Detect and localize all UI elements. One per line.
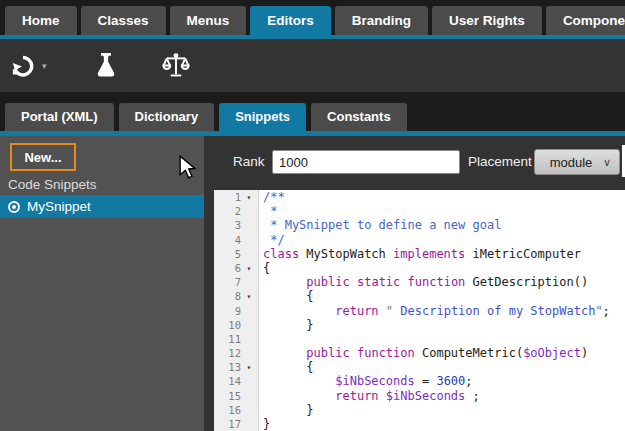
placement-select[interactable]: module ∨ [534,149,620,175]
line-number: 16 [214,403,241,417]
editor-tab-constants[interactable]: Constants [311,103,407,131]
code-text: */ [259,233,285,247]
gutter-cell: 11 [214,332,259,346]
line-number: 7 [214,275,241,289]
editor-tab-snippets[interactable]: Snippets [219,103,306,131]
gutter-cell: 12 [214,346,259,360]
tab-menus[interactable]: Menus [170,6,247,35]
code-line: 16 } [214,403,625,417]
gutter-cell: 8▾ [214,289,259,303]
scales-icon [161,52,191,80]
fold-spacer [241,275,257,289]
fold-arrow-icon[interactable]: ▾ [241,289,257,303]
code-text: return " Description of my StopWatch"; [259,304,610,318]
rank-input[interactable] [272,150,460,174]
editor-tab-dictionary[interactable]: Dictionary [119,103,215,131]
fold-spacer [241,403,257,417]
main-tab-bar: HomeClassesMenusEditorsBrandingUser Righ… [5,6,625,35]
fold-spacer [241,332,257,346]
snippets-section-label: Code Snippets [8,177,97,192]
fold-arrow-icon[interactable]: ▾ [241,360,257,374]
line-number: 8 [214,289,241,303]
undo-dropdown-caret[interactable]: ▾ [42,61,47,71]
code-line: 9 return " Description of my StopWatch"; [214,304,625,318]
radio-selected-icon [8,201,20,213]
gutter-cell: 10 [214,318,259,332]
tab-user-rights[interactable]: User Rights [432,6,542,35]
code-text: public static function GetDescription() [259,275,588,289]
gutter-cell: 16 [214,403,259,417]
scales-button[interactable] [161,52,191,80]
flask-icon [93,52,119,80]
fold-spacer [241,389,257,403]
fold-arrow-icon[interactable]: ▾ [241,190,257,204]
code-line: 11 [214,332,625,346]
code-text: $iNbSeconds = 3600; [259,374,473,388]
line-number: 2 [214,204,241,218]
fold-spacer [241,318,257,332]
code-line: 10 } [214,318,625,332]
code-line: 8▾ { [214,289,625,303]
placement-label: Placement [468,154,532,169]
gutter-cell: 7 [214,275,259,289]
line-number: 4 [214,233,241,247]
line-number: 12 [214,346,241,360]
gutter-cell: 3 [214,218,259,232]
gutter-cell: 14 [214,374,259,388]
tab-components[interactable]: Components [546,6,625,35]
code-text: { [259,289,314,303]
fold-spacer [241,233,257,247]
code-text: } [259,318,314,332]
code-line: 1▾/** [214,190,625,204]
code-line: 17} [214,417,625,431]
editor-tab-portal-xml[interactable]: Portal (XML) [5,103,114,131]
line-number: 10 [214,318,241,332]
line-number: 15 [214,389,241,403]
tab-home[interactable]: Home [5,6,77,35]
tab-branding[interactable]: Branding [335,6,428,35]
code-line: 6▾{ [214,261,625,275]
code-text: * MySnippet to define a new goal [259,218,501,232]
fold-spacer [241,204,257,218]
fold-spacer [241,346,257,360]
line-number: 14 [214,374,241,388]
fold-arrow-icon[interactable]: ▾ [241,261,257,275]
snippet-detail-panel: Rank Placement module ∨ 1▾/**2 *3 * MySn… [204,136,625,431]
line-number: 13 [214,360,241,374]
line-number: 11 [214,332,241,346]
line-number: 3 [214,218,241,232]
undo-icon [10,53,36,79]
gutter-cell: 6▾ [214,261,259,275]
gutter-cell: 9 [214,304,259,318]
line-number: 1 [214,190,241,204]
snippet-list-item[interactable]: MySnippet [0,195,204,218]
code-text: public function ComputeMetric($oObject) [259,346,588,360]
code-text: } [259,417,270,431]
placement-selected-value: module [543,155,599,170]
new-snippet-button[interactable]: New... [10,143,76,171]
code-editor[interactable]: 1▾/**2 *3 * MySnippet to define a new go… [214,190,625,431]
content-area: New... Code Snippets MySnippet Rank Plac… [0,136,625,431]
line-number: 5 [214,247,241,261]
flask-button[interactable] [93,52,119,80]
code-text: class MyStopWatch implements iMetricComp… [259,247,581,261]
code-line: 13▾ { [214,360,625,374]
code-line: 7 public static function GetDescription(… [214,275,625,289]
code-line: 14 $iNbSeconds = 3600; [214,374,625,388]
code-line: 15 return $iNbSeconds ; [214,389,625,403]
gutter-cell: 17 [214,417,259,431]
gutter-cell: 4 [214,233,259,247]
line-number: 6 [214,261,241,275]
gutter-cell: 5 [214,247,259,261]
code-text: { [259,261,270,275]
tab-editors[interactable]: Editors [250,6,331,35]
undo-button[interactable]: ▾ [10,53,47,79]
gutter-cell: 2 [214,204,259,218]
toolbar: ▾ [0,39,625,92]
gutter-cell: 15 [214,389,259,403]
code-text: return $iNbSeconds ; [259,389,480,403]
tab-classes[interactable]: Classes [81,6,166,35]
code-text [259,332,263,346]
app-window: HomeClassesMenusEditorsBrandingUser Righ… [0,0,625,431]
rank-label: Rank [233,154,265,169]
